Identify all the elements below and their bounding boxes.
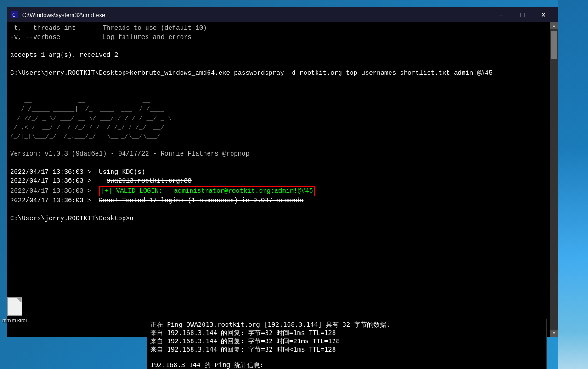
line-command: C:\Users\jerry.ROOTKIT\Desktop>kerbrute_… bbox=[10, 69, 492, 77]
cmd-window: C C:\Windows\system32\cmd.exe ─ □ ✕ -t, … bbox=[7, 7, 558, 337]
title-bar: C C:\Windows\system32\cmd.exe ─ □ ✕ bbox=[7, 7, 558, 22]
ping-header: 正在 Ping OWA2013.rootkit.org [192.168.3.1… bbox=[150, 321, 390, 328]
desktop-file-item[interactable]: htmlm.kirbi bbox=[2, 297, 27, 323]
terminal-content[interactable]: -t, --threads int Threads to use (defaul… bbox=[7, 22, 558, 337]
log-done: 2022/04/17 13:36:03 > Done! Tested 17 lo… bbox=[10, 197, 304, 204]
line-threads: -t, --threads int Threads to use (defaul… bbox=[10, 24, 207, 32]
log-valid-login: 2022/04/17 13:36:03 > [+] VALID LOGIN: a… bbox=[10, 187, 315, 195]
scrollbar[interactable]: ▲ ▼ bbox=[550, 22, 558, 337]
svg-text:C: C bbox=[12, 12, 15, 17]
cmd-icon: C bbox=[11, 11, 18, 18]
cmd-window2: 正在 Ping OWA2013.rootkit.org [192.168.3.1… bbox=[147, 319, 547, 369]
terminal-output: -t, --threads int Threads to use (defaul… bbox=[10, 24, 555, 224]
ping-stats: 192.168.3.144 的 Ping 统计信息: bbox=[150, 361, 264, 369]
cmd-window2-content: 正在 Ping OWA2013.rootkit.org [192.168.3.1… bbox=[147, 319, 546, 369]
minimize-button[interactable]: ─ bbox=[491, 7, 512, 22]
window-title: C:\Windows\system32\cmd.exe bbox=[22, 11, 105, 18]
scroll-down-arrow[interactable]: ▼ bbox=[550, 330, 558, 337]
log-kdc: 2022/04/17 13:36:03 > Using KDC(s): bbox=[10, 168, 149, 176]
ping-reply-3: 来自 192.168.3.144 的回复: 字节=32 时间<1ms TTL=1… bbox=[150, 346, 336, 353]
scroll-thumb[interactable] bbox=[551, 31, 557, 59]
valid-login-highlight: [+] VALID LOGIN: administrator@rootkit.o… bbox=[99, 186, 315, 197]
ping-reply-1: 来自 192.168.3.144 的回复: 字节=32 时间=1ms TTL=1… bbox=[150, 329, 336, 336]
line-verbose: -v, --verbose Log failures and errors bbox=[10, 34, 192, 41]
maximize-button[interactable]: □ bbox=[512, 7, 533, 22]
title-bar-left: C C:\Windows\system32\cmd.exe bbox=[11, 11, 105, 18]
ping-reply-2: 来自 192.168.3.144 的回复: 字节=32 时间=21ms TTL=… bbox=[150, 337, 340, 345]
file-label: htmlm.kirbi bbox=[2, 318, 27, 323]
window-controls: ─ □ ✕ bbox=[491, 7, 554, 22]
close-button[interactable]: ✕ bbox=[533, 7, 554, 22]
version-line: Version: v1.0.3 (9dad6e1) - 04/17/22 - R… bbox=[10, 150, 249, 157]
line-args-error: accepts 1 arg(s), received 2 bbox=[10, 51, 118, 59]
log-owa: 2022/04/17 13:36:03 > owa2013.rootkit.or… bbox=[10, 177, 192, 184]
scroll-up-arrow[interactable]: ▲ bbox=[550, 22, 558, 29]
ascii-art: __ __ __ / /_____ ______| /_ ____ ___ / … bbox=[10, 97, 171, 140]
right-decoration bbox=[558, 0, 588, 369]
file-icon bbox=[7, 297, 22, 316]
ping-output: 正在 Ping OWA2013.rootkit.org [192.168.3.1… bbox=[150, 321, 543, 369]
prompt-line: C:\Users\jerry.ROOTKIT\Desktop>a bbox=[10, 215, 134, 222]
